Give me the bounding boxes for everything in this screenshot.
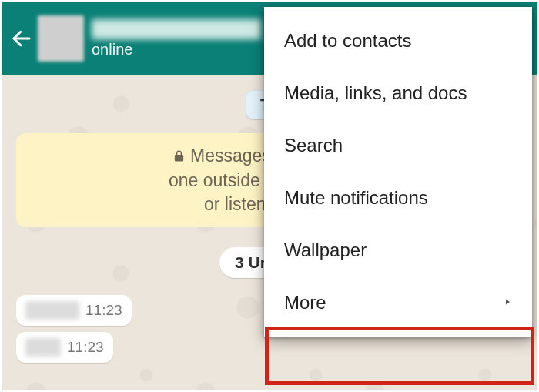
menu-item-search[interactable]: Search <box>264 119 532 172</box>
contact-name-redacted <box>92 19 261 39</box>
chevron-right-icon <box>503 295 512 311</box>
menu-item-label: Mute notifications <box>284 187 428 209</box>
menu-item-mute-notifications[interactable]: Mute notifications <box>264 172 532 224</box>
app-screen: online To Messages and calls ar one outs… <box>2 2 537 390</box>
incoming-message[interactable]: 11:23 <box>16 295 132 326</box>
menu-item-wallpaper[interactable]: Wallpaper <box>264 224 532 276</box>
menu-item-label: Wallpaper <box>284 240 367 261</box>
menu-item-more[interactable]: More <box>264 276 532 329</box>
overflow-menu: Add to contacts Media, links, and docs S… <box>264 7 532 337</box>
message-text-redacted <box>25 301 79 320</box>
arrow-left-icon <box>10 27 33 50</box>
menu-item-add-to-contacts[interactable]: Add to contacts <box>264 15 532 67</box>
menu-item-label: Media, links, and docs <box>284 82 467 104</box>
lock-icon <box>172 145 186 169</box>
message-time: 11:23 <box>85 302 122 319</box>
presence-status: online <box>92 41 261 59</box>
menu-item-label: Add to contacts <box>284 30 411 52</box>
incoming-message[interactable]: 11:23 <box>16 332 113 363</box>
back-button[interactable] <box>8 25 35 52</box>
header-title-block[interactable]: online <box>92 19 261 59</box>
message-time: 11:23 <box>67 339 104 356</box>
avatar[interactable] <box>38 15 84 62</box>
menu-item-label: More <box>284 292 326 313</box>
message-row: 11:23 <box>16 332 523 363</box>
message-text-redacted <box>25 338 61 357</box>
menu-item-label: Search <box>284 135 343 156</box>
menu-item-media-links-docs[interactable]: Media, links, and docs <box>264 67 532 119</box>
